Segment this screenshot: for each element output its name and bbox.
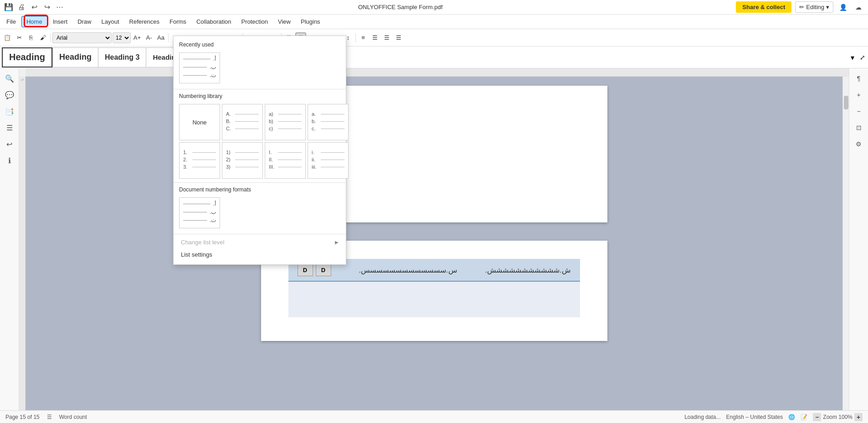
undo-icon[interactable]: ↩	[29, 2, 39, 12]
share-collect-button[interactable]: Share & collect	[736, 1, 791, 13]
spell-check-icon[interactable]: 📝	[801, 414, 807, 420]
style-heading3[interactable]: Heading 3	[98, 47, 146, 67]
menu-collaboration[interactable]: Collaboration	[192, 16, 236, 27]
list-style-roman-lower[interactable]: i. ii. iii.	[308, 142, 349, 179]
app-title: ONLYOFFICE Sample Form.pdf	[67, 4, 733, 10]
recently-used-section: أ. ب. ت.	[174, 51, 346, 87]
font-select[interactable]: Arial	[52, 32, 112, 43]
menu-file[interactable]: File	[2, 16, 21, 27]
topbar: 💾 🖨 ↩ ↪ ⋯ ONLYOFFICE Sample Form.pdf Sha…	[0, 0, 868, 15]
paste-button[interactable]: 📋	[2, 32, 13, 43]
fit-page-icon[interactable]: ⊡	[853, 121, 865, 134]
copy-button[interactable]: ⎘	[26, 32, 36, 43]
numbering-grid: None A. B. C. a) b) c) a. b. c. 1.	[179, 104, 340, 179]
zoom-out-button[interactable]: −	[813, 413, 821, 421]
style-heading2[interactable]: Heading	[52, 47, 98, 67]
list-style-abc-dot[interactable]: a. b. c.	[308, 104, 349, 140]
editing-label: Editing	[806, 4, 824, 10]
list-line-a: A.	[226, 111, 259, 117]
settings-icon[interactable]: ⚙	[853, 138, 865, 150]
menu-protection[interactable]: Protection	[236, 16, 272, 27]
globe-icon[interactable]: 🌐	[788, 414, 795, 420]
table-of-contents-icon[interactable]: 📑	[3, 105, 16, 118]
align-right-button[interactable]: ☰	[381, 32, 392, 43]
vertical-scrollbar[interactable]	[842, 77, 849, 410]
doc-fmt-line3: ت.	[183, 217, 216, 223]
copy-style-button[interactable]: 🖌	[37, 32, 48, 43]
form-button-d2[interactable]: D	[316, 263, 331, 276]
doc-format-item[interactable]: أ. ب. ت.	[179, 197, 220, 228]
zoom-in-button[interactable]: +	[854, 413, 863, 421]
track-changes-icon[interactable]: ↩	[3, 138, 16, 150]
more-icon[interactable]: ⋯	[55, 2, 65, 12]
paragraph-marks-icon[interactable]: ¶	[853, 72, 865, 85]
document-area: d (49) background (80) used (98)	[26, 77, 842, 410]
comment-icon[interactable]: 💬	[3, 88, 16, 101]
style-heading1[interactable]: Heading	[2, 47, 52, 67]
menu-layout[interactable]: Layout	[97, 16, 124, 27]
change-case-button[interactable]: Aa	[155, 32, 166, 43]
align-left-button[interactable]: ≡	[358, 32, 369, 43]
zoom-in-icon[interactable]: +	[853, 88, 865, 101]
font-size-select[interactable]: 12	[113, 32, 131, 43]
editing-button[interactable]: ✏ Editing ▾	[795, 1, 833, 13]
list-line-1p: 1)	[226, 150, 259, 155]
list-style-123-dot[interactable]: 1. 2. 3.	[179, 142, 220, 179]
list-style-roman-upper[interactable]: I. II. III.	[265, 142, 306, 179]
styles-expand-icon[interactable]: ⤢	[860, 54, 865, 61]
divider1	[174, 89, 346, 89]
menu-plugins[interactable]: Plugins	[296, 16, 325, 27]
align-justify-button[interactable]: ☰	[393, 32, 404, 43]
scrollbar-thumb[interactable]	[844, 96, 848, 109]
cut-button[interactable]: ✂	[14, 32, 25, 43]
pencil-icon: ✏	[799, 4, 804, 10]
sidebar-left: 🔍 💬 📑 ☰ ↩ ℹ	[0, 68, 19, 410]
vertical-ruler: L	[19, 77, 26, 410]
redo-icon[interactable]: ↪	[42, 2, 52, 12]
menu-references[interactable]: References	[125, 16, 164, 27]
styles-scroll-down-icon[interactable]: ▾	[851, 53, 854, 62]
list-line-II: II.	[269, 157, 302, 162]
list-style-none[interactable]: None	[179, 104, 220, 140]
list-style-abc-paren[interactable]: a) b) c)	[265, 104, 306, 140]
recently-used-label: Recently used	[174, 40, 346, 51]
info-icon[interactable]: ℹ	[3, 154, 16, 167]
language-label[interactable]: English – United States	[726, 414, 783, 420]
menu-forms[interactable]: Forms	[165, 16, 191, 27]
separator1	[50, 33, 51, 42]
list-settings-item[interactable]: List settings	[174, 248, 346, 261]
recently-used-item[interactable]: أ. ب. ت.	[179, 52, 220, 83]
menu-draw[interactable]: Draw	[73, 16, 96, 27]
list-style-abc-upper[interactable]: A. B. C.	[222, 104, 263, 140]
search-sidebar-icon[interactable]: 🔍	[3, 72, 16, 85]
zoom-out-icon[interactable]: −	[853, 105, 865, 118]
list-line-b3: b.	[312, 119, 344, 124]
main-area: 🔍 💬 📑 ☰ ↩ ℹ L d	[0, 68, 868, 410]
menu-home[interactable]: Home	[21, 16, 47, 27]
chevron-down-icon: ▾	[826, 4, 829, 10]
divider3	[174, 234, 346, 234]
word-count-icon[interactable]: ☰	[47, 414, 52, 420]
user-icon[interactable]: 👤	[837, 1, 849, 13]
list-line-i: i.	[312, 150, 344, 155]
menu-view[interactable]: View	[273, 16, 295, 27]
horizontal-ruler	[26, 68, 849, 77]
doc-fmt-line2: ب.	[183, 209, 216, 215]
numbering-library-grid: None A. B. C. a) b) c) a. b. c. 1.	[174, 102, 346, 181]
align-center-button[interactable]: ☰	[370, 32, 380, 43]
form-button-d1[interactable]: D	[298, 263, 313, 276]
ruler-area: L d (49) background (80)	[19, 68, 849, 410]
list-style-123-paren[interactable]: 1) 2) 3)	[222, 142, 263, 179]
font-size-down-button[interactable]: A-	[144, 32, 154, 43]
word-count-label[interactable]: Word count	[59, 414, 87, 420]
list-line-iii: iii.	[312, 164, 344, 170]
print-icon[interactable]: 🖨	[16, 2, 26, 12]
menu-insert[interactable]: Insert	[48, 16, 72, 27]
document-formats-label: Document numbering formats	[174, 185, 346, 196]
save-cloud-icon[interactable]: ☁	[853, 1, 864, 13]
font-size-up-button[interactable]: A+	[132, 32, 143, 43]
list-line-b: B.	[226, 119, 259, 124]
document-formats-section: أ. ب. ت.	[174, 196, 346, 232]
navigation-icon[interactable]: ☰	[3, 121, 16, 134]
save-icon[interactable]: 💾	[4, 2, 14, 12]
